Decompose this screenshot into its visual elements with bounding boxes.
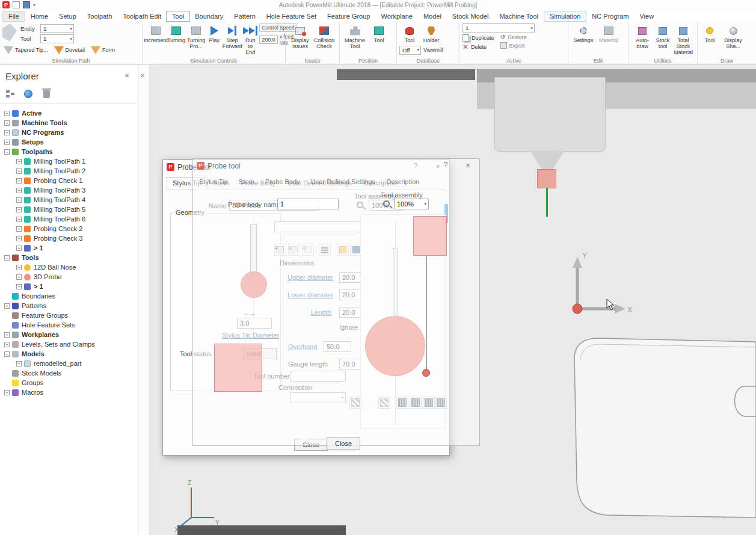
ribbon-tab[interactable]: Toolpath Edit <box>117 11 167 21</box>
position-machine-tool-button[interactable]: Machine Tool <box>342 23 367 51</box>
ghost-zoom-icon[interactable] <box>383 200 390 207</box>
ribbon-tab[interactable]: Hole Feature Set <box>261 11 322 21</box>
auto-draw-button[interactable]: Auto-draw <box>631 23 654 57</box>
material-button[interactable]: Material <box>596 23 621 45</box>
tree-item[interactable]: + Milling ToolPath 1 <box>0 156 138 166</box>
tree-item[interactable]: Boundaries <box>0 291 138 301</box>
ribbon-tab[interactable]: Tool <box>167 11 189 21</box>
tree-item[interactable]: + Levels, Sets and Clamps <box>0 339 138 349</box>
play-button[interactable]: Play <box>206 23 222 45</box>
database-holder-button[interactable]: Holder <box>420 23 443 45</box>
tree-item[interactable]: + Setups <box>0 137 138 147</box>
run-to-end-button[interactable]: Run to End <box>242 23 258 57</box>
ribbon-tab[interactable]: Feature Group <box>322 11 376 21</box>
tree-view-button[interactable] <box>4 88 16 100</box>
ribbon-tab[interactable]: Boundary <box>189 11 229 21</box>
expander-icon[interactable]: + <box>16 236 22 241</box>
collision-check-button[interactable]: Collision Check <box>312 23 336 51</box>
tree-item[interactable]: + Macros <box>0 388 138 397</box>
tree-item[interactable]: + Milling ToolPath 5 <box>0 205 138 214</box>
expander-icon[interactable]: + <box>4 390 10 395</box>
tree-item[interactable]: Stock Models <box>0 368 138 378</box>
tree-item[interactable]: Groups <box>0 378 138 388</box>
tree-item[interactable]: + > 1 <box>0 282 138 291</box>
tree-item[interactable]: + 12D Ball Nose <box>0 262 138 272</box>
ghost-zoom-select[interactable]: 100%▾ <box>394 199 429 209</box>
duplicate-button[interactable]: Duplicate <box>463 34 494 42</box>
expander-icon[interactable]: - <box>4 149 10 155</box>
stock-tool-button[interactable]: Stock tool <box>654 23 672 57</box>
display-issues-button[interactable]: Display Issues <box>288 23 312 51</box>
expander-icon[interactable]: + <box>16 226 22 232</box>
display-shaded-button[interactable]: Display Sha... <box>719 23 747 51</box>
expander-icon[interactable]: + <box>4 140 10 145</box>
explorer-close-icon[interactable]: × <box>122 71 132 80</box>
strip-close-icon[interactable]: × <box>138 71 147 80</box>
expander-icon[interactable]: + <box>16 274 22 280</box>
ribbon-tab[interactable]: Pattern <box>229 11 260 21</box>
turning-button[interactable]: Turning <box>167 23 186 45</box>
expander-icon[interactable]: + <box>16 265 22 270</box>
expander-icon[interactable]: - <box>4 351 10 357</box>
ribbon-tab[interactable]: Workplane <box>375 11 417 21</box>
expander-icon[interactable]: + <box>4 332 10 338</box>
ribbon-tab[interactable]: Home <box>25 11 54 21</box>
tree-item[interactable]: - Toolpaths <box>0 147 138 156</box>
expander-icon[interactable]: + <box>4 342 10 347</box>
viewmill-button[interactable]: Viewmill <box>423 47 443 53</box>
expander-icon[interactable]: + <box>16 207 22 212</box>
expander-icon[interactable]: + <box>16 246 22 251</box>
sim-tool-select[interactable]: 1▾ <box>40 34 74 43</box>
delete-button[interactable]: ✕Delete <box>463 43 494 51</box>
ribbon-tab[interactable]: Machine Tool <box>494 11 544 21</box>
ribbon-tab[interactable]: NC Program <box>586 11 634 21</box>
position-tool-button[interactable]: Tool <box>367 23 390 51</box>
ribbon-tab[interactable]: Toolpath <box>82 11 118 21</box>
tree-item[interactable]: + Milling ToolPath 4 <box>0 195 138 205</box>
ribbon-tab[interactable]: Stock Model <box>447 11 494 21</box>
tree-item[interactable]: + Workplanes <box>0 330 138 339</box>
export-button[interactable]: Export <box>500 42 527 49</box>
turning-pro-button[interactable]: Turning Pro... <box>186 23 206 51</box>
increment-button[interactable]: Increment <box>145 23 167 45</box>
active-item-select[interactable]: 1▾ <box>463 23 535 32</box>
dovetail-button[interactable]: Dovetail <box>53 45 87 55</box>
expander-icon[interactable]: + <box>16 197 22 203</box>
tree-item[interactable]: Hole Feature Sets <box>0 320 138 330</box>
database-tool-button[interactable]: Tool <box>399 23 420 45</box>
probe-body-name-input[interactable]: 1 <box>277 199 339 209</box>
tree-item[interactable]: + Milling ToolPath 3 <box>0 185 138 195</box>
feed-rate-input[interactable]: 200.0 <box>259 36 278 44</box>
ribbon-tab[interactable]: View <box>634 11 659 21</box>
step-forward-button[interactable]: Step Forward <box>222 23 242 51</box>
delete-all-button[interactable] <box>40 88 52 100</box>
ghost-dialog-help-button[interactable]: ? <box>440 161 452 172</box>
ribbon-tab[interactable]: Model <box>418 11 447 21</box>
expander-icon[interactable]: - <box>4 255 10 261</box>
entity-select[interactable]: 1▾ <box>40 24 74 33</box>
expander-icon[interactable]: + <box>16 284 22 289</box>
expander-icon[interactable]: + <box>16 169 22 174</box>
tree-item[interactable]: - Tools <box>0 253 138 262</box>
ghost-close-button[interactable]: Close <box>327 438 360 450</box>
tree-item[interactable]: + 3D Probe <box>0 272 138 282</box>
tree-item[interactable]: + Probing Check 1 <box>0 176 138 185</box>
tree-item[interactable]: + Patterns <box>0 301 138 311</box>
tree-item[interactable]: Feature Groups <box>0 311 138 320</box>
web-button[interactable] <box>22 88 34 100</box>
tree-item[interactable]: - Models <box>0 349 138 359</box>
expander-icon[interactable]: + <box>16 188 22 193</box>
settings-button[interactable]: Settings <box>571 23 596 45</box>
tree-item[interactable]: + NC Programs <box>0 128 138 137</box>
expander-icon[interactable]: + <box>16 159 22 164</box>
expander-icon[interactable]: + <box>4 120 10 126</box>
tree-item[interactable]: + Milling ToolPath 6 <box>0 214 138 224</box>
draw-tool-button[interactable]: Tool <box>700 23 719 51</box>
ghost-dialog-close-button[interactable]: × <box>460 161 476 172</box>
tree-item[interactable]: + remodelled_part <box>0 359 138 368</box>
ribbon-tab[interactable]: Simulation <box>544 11 586 22</box>
expander-icon[interactable]: + <box>4 130 10 135</box>
restore-button[interactable]: ↺Restore <box>500 34 527 40</box>
tree-item[interactable]: + Probing Check 3 <box>0 233 138 243</box>
tree-item[interactable]: + Probing Check 2 <box>0 224 138 233</box>
